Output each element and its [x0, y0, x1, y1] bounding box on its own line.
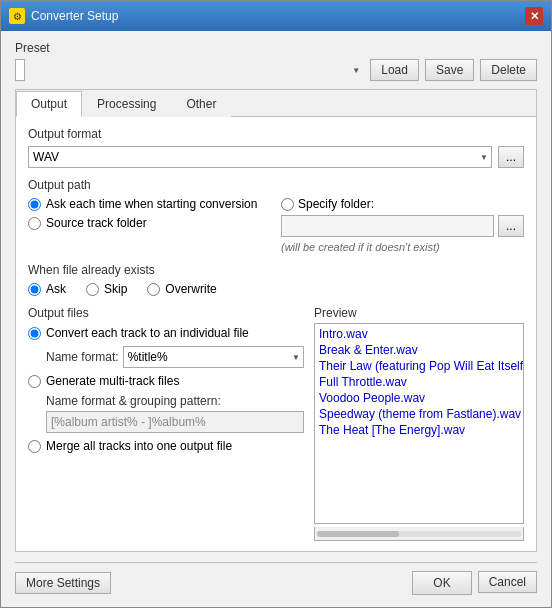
- preview-label: Preview: [314, 306, 524, 320]
- name-format-select[interactable]: %title%: [123, 346, 304, 368]
- output-path-right: Specify folder: ... (will be created if …: [281, 197, 524, 253]
- generate-multi-track-label: Generate multi-track files: [46, 374, 179, 388]
- main-content: Preset ▼ Load Save Delete Output Process…: [1, 31, 551, 562]
- window-icon: ⚙: [9, 8, 25, 24]
- output-files-label: Output files: [28, 306, 304, 320]
- generate-multi-track-row: Generate multi-track files: [28, 374, 304, 388]
- ask-each-time-label: Ask each time when starting conversion: [46, 197, 257, 211]
- overwrite-label: Overwrite: [165, 282, 216, 296]
- specify-folder-input[interactable]: [281, 215, 494, 237]
- preview-section: Preview Intro.wav Break & Enter.wav Thei…: [314, 306, 524, 541]
- preview-list[interactable]: Intro.wav Break & Enter.wav Their Law (f…: [314, 323, 524, 524]
- list-item: Voodoo People.wav: [317, 390, 521, 406]
- output-path-label: Output path: [28, 178, 524, 192]
- list-item: Their Law (featuring Pop Will Eat Itself…: [317, 358, 521, 374]
- list-item: Full Throttle.wav: [317, 374, 521, 390]
- tab-processing[interactable]: Processing: [82, 91, 171, 117]
- tab-output[interactable]: Output: [16, 91, 82, 117]
- name-format-row: Name format: %title% ▼: [46, 346, 304, 368]
- pattern-label: Name format & grouping pattern:: [46, 394, 304, 408]
- preview-horizontal-scrollbar[interactable]: [314, 527, 524, 541]
- merge-all-tracks-row: Merge all tracks into one output file: [28, 439, 304, 453]
- convert-each-track-label: Convert each track to an individual file: [46, 326, 249, 340]
- skip-label: Skip: [104, 282, 127, 296]
- preset-dropdown-wrapper: ▼: [15, 59, 364, 81]
- delete-button[interactable]: Delete: [480, 59, 537, 81]
- save-button[interactable]: Save: [425, 59, 474, 81]
- scroll-thumb: [317, 531, 399, 537]
- ask-row: Ask: [28, 282, 66, 296]
- specify-folder-radio[interactable]: [281, 198, 294, 211]
- skip-radio[interactable]: [86, 283, 99, 296]
- output-path-left: Ask each time when starting conversion S…: [28, 197, 271, 253]
- pattern-section: Name format & grouping pattern:: [46, 394, 304, 433]
- output-files-left: Output files Convert each track to an in…: [28, 306, 304, 541]
- format-dots-button[interactable]: ...: [498, 146, 524, 168]
- preset-dropdown[interactable]: [15, 59, 25, 81]
- specify-folder-row: Specify folder:: [281, 197, 524, 211]
- source-track-folder-radio[interactable]: [28, 217, 41, 230]
- list-item: The Heat [The Energy].wav: [317, 422, 521, 438]
- overwrite-row: Overwrite: [147, 282, 216, 296]
- pattern-input[interactable]: [46, 411, 304, 433]
- specify-folder-label: Specify folder:: [298, 197, 374, 211]
- output-format-label: Output format: [28, 127, 524, 141]
- ask-label: Ask: [46, 282, 66, 296]
- generate-multi-track-radio[interactable]: [28, 375, 41, 388]
- output-files-section: Output files Convert each track to an in…: [28, 306, 524, 541]
- file-exists-group: When file already exists Ask Skip Ove: [28, 263, 524, 296]
- ask-each-time-radio[interactable]: [28, 198, 41, 211]
- bottom-right-buttons: OK Cancel: [412, 571, 537, 595]
- more-settings-button[interactable]: More Settings: [15, 572, 111, 594]
- name-format-select-wrapper: %title% ▼: [123, 346, 304, 368]
- tab-output-content: Output format WAV ▼ ... Output path: [16, 117, 536, 551]
- window-title: Converter Setup: [31, 9, 118, 23]
- preset-dropdown-arrow-icon: ▼: [352, 66, 360, 75]
- converter-setup-window: ⚙ Converter Setup ✕ Preset ▼ Load Save D…: [0, 0, 552, 608]
- convert-each-track-radio[interactable]: [28, 327, 41, 340]
- ask-radio[interactable]: [28, 283, 41, 296]
- load-button[interactable]: Load: [370, 59, 419, 81]
- tabs-container: Output Processing Other Output format WA…: [15, 89, 537, 552]
- preset-row: ▼ Load Save Delete: [15, 59, 537, 81]
- title-bar: ⚙ Converter Setup ✕: [1, 1, 551, 31]
- close-button[interactable]: ✕: [525, 7, 543, 25]
- output-format-group: Output format WAV ▼ ...: [28, 127, 524, 168]
- source-track-folder-row: Source track folder: [28, 216, 271, 230]
- bottom-bar: More Settings OK Cancel: [1, 563, 551, 607]
- specify-folder-input-row: ...: [281, 215, 524, 237]
- skip-row: Skip: [86, 282, 127, 296]
- preset-label: Preset: [15, 41, 537, 55]
- tab-other[interactable]: Other: [171, 91, 231, 117]
- cancel-button[interactable]: Cancel: [478, 571, 537, 593]
- ask-each-time-row: Ask each time when starting conversion: [28, 197, 271, 211]
- convert-each-track-row: Convert each track to an individual file: [28, 326, 304, 340]
- merge-all-tracks-label: Merge all tracks into one output file: [46, 439, 232, 453]
- merge-all-tracks-radio[interactable]: [28, 440, 41, 453]
- scroll-track: [317, 531, 521, 537]
- source-track-folder-label: Source track folder: [46, 216, 147, 230]
- specify-folder-dots-button[interactable]: ...: [498, 215, 524, 237]
- output-path-section: Output path Ask each time when starting …: [28, 178, 524, 253]
- title-bar-left: ⚙ Converter Setup: [9, 8, 118, 24]
- file-exists-label: When file already exists: [28, 263, 524, 277]
- list-item: Intro.wav: [317, 326, 521, 342]
- list-item: Break & Enter.wav: [317, 342, 521, 358]
- overwrite-radio[interactable]: [147, 283, 160, 296]
- file-exists-row: Ask Skip Overwrite: [28, 282, 524, 296]
- preset-section: Preset ▼ Load Save Delete: [15, 41, 537, 81]
- ok-button[interactable]: OK: [412, 571, 471, 595]
- format-select[interactable]: WAV: [28, 146, 492, 168]
- format-dropdown-wrapper: WAV ▼: [28, 146, 492, 168]
- tabs-header: Output Processing Other: [16, 90, 536, 117]
- name-format-label: Name format:: [46, 350, 119, 364]
- output-path-cols: Ask each time when starting conversion S…: [28, 197, 524, 253]
- list-item: Speedway (theme from Fastlane).wav: [317, 406, 521, 422]
- format-row: WAV ▼ ...: [28, 146, 524, 168]
- folder-hint: (will be created if it doesn't exist): [281, 241, 524, 253]
